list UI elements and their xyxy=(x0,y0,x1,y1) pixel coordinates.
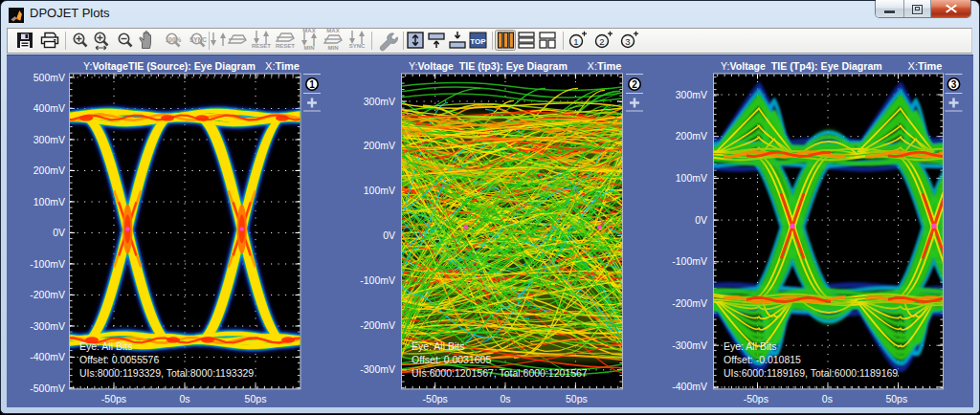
svg-text:-100mV: -100mV xyxy=(360,274,395,286)
svg-text:X:Time: X:Time xyxy=(588,60,622,72)
svg-text:-300mV: -300mV xyxy=(30,320,65,332)
svg-text:-50ps: -50ps xyxy=(744,393,768,404)
svg-text:2: 2 xyxy=(632,79,637,90)
svg-text:100mV: 100mV xyxy=(364,185,395,196)
svg-text:UIs:8000:1193329, Total:8000:1: UIs:8000:1193329, Total:8000:1193329 xyxy=(79,367,254,379)
svg-text:MAX: MAX xyxy=(326,28,339,33)
svg-text:0V: 0V xyxy=(695,214,707,226)
svg-text:0s: 0s xyxy=(179,393,189,404)
svg-text:300mV: 300mV xyxy=(33,134,65,145)
svg-text:Eye: All Bits: Eye: All Bits xyxy=(412,340,464,352)
svg-text:300mV: 300mV xyxy=(364,96,395,107)
svg-text:-400mV: -400mV xyxy=(30,351,65,362)
svg-text:50ps: 50ps xyxy=(885,393,907,404)
svg-text:1: 1 xyxy=(573,36,578,47)
svg-text:-50ps: -50ps xyxy=(423,393,448,404)
svg-text:Eye: All Bits: Eye: All Bits xyxy=(79,340,132,352)
svg-text:3: 3 xyxy=(951,79,957,90)
svg-text:100%: 100% xyxy=(166,36,182,43)
svg-text:50ps: 50ps xyxy=(566,393,588,404)
svg-text:MIN: MIN xyxy=(304,45,315,51)
svg-text:2: 2 xyxy=(599,36,604,47)
svg-text:RESET: RESET xyxy=(252,43,271,49)
svg-text:Offset: 0.0031605: Offset: 0.0031605 xyxy=(412,354,491,365)
svg-text:400mV: 400mV xyxy=(33,102,65,114)
svg-text:1: 1 xyxy=(309,79,315,90)
svg-text:300mV: 300mV xyxy=(676,89,707,100)
svg-text:RESET: RESET xyxy=(276,43,295,49)
svg-text:-100mV: -100mV xyxy=(672,255,707,267)
svg-text:200mV: 200mV xyxy=(33,164,65,176)
svg-text:Eye: All Bits: Eye: All Bits xyxy=(724,340,776,352)
svg-text:-50ps: -50ps xyxy=(101,393,126,404)
svg-text:Offset: 0.0055576: Offset: 0.0055576 xyxy=(79,354,159,365)
svg-text:-500mV: -500mV xyxy=(30,382,65,394)
svg-text:0V: 0V xyxy=(383,229,395,241)
svg-text:-200mV: -200mV xyxy=(360,319,395,331)
svg-text:100mV: 100mV xyxy=(676,172,707,184)
svg-text:Y:Voltage TIE (tp3): Eye Diag: Y:Voltage TIE (tp3): Eye Diagram xyxy=(409,60,568,72)
svg-text:-400mV: -400mV xyxy=(672,381,707,392)
svg-text:500mV: 500mV xyxy=(33,72,65,83)
svg-text:-200mV: -200mV xyxy=(30,289,65,300)
svg-text:-100mV: -100mV xyxy=(30,258,65,270)
svg-text:MIN: MIN xyxy=(328,45,339,51)
svg-text:0V: 0V xyxy=(53,227,65,238)
svg-text:200mV: 200mV xyxy=(364,140,395,151)
svg-text:-200mV: -200mV xyxy=(672,297,707,309)
svg-text:Y:Voltage TIE (Tp4): Eye Diag: Y:Voltage TIE (Tp4): Eye Diagram xyxy=(721,60,882,72)
svg-text:SYNC: SYNC xyxy=(349,43,366,49)
svg-text:100mV: 100mV xyxy=(33,196,65,208)
svg-text:X:Time: X:Time xyxy=(908,60,943,72)
svg-text:UIs:6000:1189169, Total:6000:1: UIs:6000:1189169, Total:6000:1189169 xyxy=(724,367,898,379)
svg-text:MAX: MAX xyxy=(302,28,315,33)
svg-text:200mV: 200mV xyxy=(676,130,707,142)
svg-text:0s: 0s xyxy=(822,393,833,404)
svg-text:TOP: TOP xyxy=(470,37,486,46)
svg-text:3: 3 xyxy=(625,36,630,47)
svg-text:Offset: -0.010815: Offset: -0.010815 xyxy=(724,354,801,365)
svg-text:0s: 0s xyxy=(500,393,510,404)
svg-text:Y:VoltageTIE (Source): Eye Dia: Y:VoltageTIE (Source): Eye Diagram xyxy=(83,60,256,72)
svg-text:UIs:6000:1201567, Total:6000:1: UIs:6000:1201567, Total:6000:1201567 xyxy=(412,367,588,379)
svg-text:X:Time: X:Time xyxy=(265,60,300,72)
svg-text:50ps: 50ps xyxy=(245,393,267,404)
svg-text:-300mV: -300mV xyxy=(360,363,395,375)
svg-text:-300mV: -300mV xyxy=(672,339,707,351)
svg-text:SYNC: SYNC xyxy=(189,36,207,43)
